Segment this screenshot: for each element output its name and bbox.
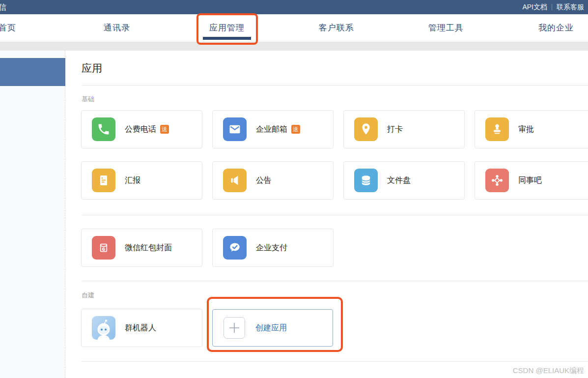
plus-icon bbox=[224, 317, 245, 339]
tab-contacts[interactable]: 通讯录 bbox=[104, 14, 130, 42]
sidebar-selected-item[interactable] bbox=[0, 58, 65, 86]
app-label: 公费电话 bbox=[125, 124, 156, 135]
separator bbox=[552, 4, 552, 10]
wecom-logo: 企业微信 bbox=[0, 0, 7, 14]
tab-home[interactable]: 首页 bbox=[0, 14, 16, 42]
app-card-colleague-bar[interactable]: 同事吧 bbox=[475, 161, 588, 200]
app-label: 打卡 bbox=[387, 124, 403, 135]
red-envelope-icon bbox=[92, 236, 115, 260]
app-card-free-call[interactable]: 公费电话 送 bbox=[81, 110, 202, 148]
divider bbox=[82, 281, 588, 281]
app-row: 公费电话 送 企业邮箱 送 打卡 审批 bbox=[81, 110, 588, 148]
report-doc-icon bbox=[92, 169, 115, 192]
nodes-diamond-icon bbox=[485, 169, 509, 192]
page-title: 应用 bbox=[82, 61, 102, 75]
phone-icon bbox=[92, 117, 115, 141]
app-card-filedisk[interactable]: 文件盘 bbox=[343, 161, 465, 200]
app-card-red-packet-cover[interactable]: 微信红包封面 bbox=[81, 229, 202, 267]
app-row: 微信红包封面 企业支付 bbox=[81, 229, 334, 267]
app-label: 同事吧 bbox=[518, 175, 542, 186]
gift-badge: 送 bbox=[160, 125, 169, 134]
tab-customer[interactable]: 客户联系 bbox=[319, 14, 354, 42]
app-label: 审批 bbox=[518, 124, 534, 135]
app-label: 文件盘 bbox=[387, 175, 411, 186]
chat-check-icon bbox=[223, 236, 247, 260]
divider bbox=[82, 215, 588, 215]
divider bbox=[82, 361, 588, 362]
watermark: CSDN @ELIAUK编程 bbox=[513, 366, 584, 376]
app-card-approval[interactable]: 审批 bbox=[475, 110, 588, 148]
app-card-announcement[interactable]: 公告 bbox=[212, 161, 334, 200]
tab-admin-tools[interactable]: 管理工具 bbox=[428, 14, 464, 42]
topbar: 企业微信 API文档 联系客服 bbox=[0, 0, 588, 14]
tab-app-management[interactable]: 应用管理 bbox=[209, 14, 245, 42]
mail-icon bbox=[223, 117, 247, 141]
app-label: 微信红包封面 bbox=[125, 243, 172, 253]
database-icon bbox=[354, 169, 378, 192]
stamp-icon bbox=[485, 117, 509, 141]
section-label-custom: 自建 bbox=[82, 291, 94, 300]
api-docs-link[interactable]: API文档 bbox=[522, 3, 547, 12]
main-content: 应用 基础 公费电话 送 企业邮箱 送 打卡 审 bbox=[65, 51, 588, 378]
section-label-basic: 基础 bbox=[82, 95, 94, 104]
app-row: 汇报 公告 文件盘 同事吧 bbox=[81, 161, 588, 200]
divider bbox=[82, 85, 588, 86]
app-row: 群机器人 创建应用 bbox=[81, 309, 333, 347]
create-app-label: 创建应用 bbox=[255, 323, 287, 333]
main-nav: 首页 通讯录 应用管理 客户联系 管理工具 我的企业 bbox=[0, 14, 588, 42]
robot-icon bbox=[92, 316, 115, 340]
tab-my-company[interactable]: 我的企业 bbox=[538, 14, 574, 42]
app-card-enterprise-mail[interactable]: 企业邮箱 送 bbox=[212, 110, 334, 148]
gift-badge: 送 bbox=[291, 125, 300, 134]
app-label: 企业支付 bbox=[256, 243, 287, 253]
app-label: 公告 bbox=[256, 175, 272, 186]
app-card-enterprise-pay[interactable]: 企业支付 bbox=[212, 229, 334, 267]
contact-support-link[interactable]: 联系客服 bbox=[557, 3, 584, 12]
app-card-checkin[interactable]: 打卡 bbox=[343, 110, 465, 148]
app-card-report[interactable]: 汇报 bbox=[81, 161, 202, 200]
location-pin-icon bbox=[354, 117, 378, 141]
create-app-button[interactable]: 创建应用 bbox=[212, 309, 333, 347]
topbar-links: API文档 联系客服 bbox=[522, 0, 584, 14]
sidebar bbox=[0, 51, 65, 378]
app-label: 汇报 bbox=[125, 175, 140, 186]
app-label: 群机器人 bbox=[125, 323, 156, 333]
app-card-group-robot[interactable]: 群机器人 bbox=[81, 309, 202, 347]
megaphone-icon bbox=[223, 169, 247, 192]
app-label: 企业邮箱 bbox=[256, 124, 287, 135]
header-divider-strip bbox=[0, 42, 588, 51]
